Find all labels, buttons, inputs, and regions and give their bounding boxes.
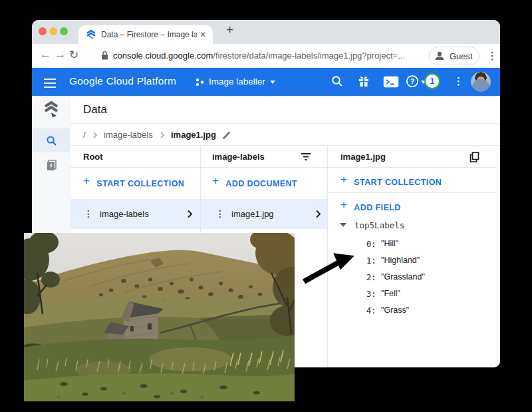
sidebar-item-indexes[interactable] xyxy=(32,154,70,177)
breadcrumb: / image-labels image1.jpg xyxy=(70,124,500,146)
breadcrumb-document: image1.jpg xyxy=(171,130,216,140)
copy-icon[interactable] xyxy=(469,152,479,162)
project-caret-icon[interactable] xyxy=(270,81,275,84)
sidebar-item-data[interactable] xyxy=(32,128,70,152)
collection-row-label: image-labels xyxy=(100,209,149,219)
project-icon xyxy=(195,77,205,87)
edit-pencil-icon[interactable] xyxy=(222,130,231,140)
url-domain: console.cloud.google.com xyxy=(113,51,213,61)
help-icon[interactable]: ? xyxy=(406,75,419,88)
field-name: top5Labels xyxy=(354,220,404,230)
lock-icon xyxy=(100,51,109,61)
minimize-window-button[interactable] xyxy=(49,27,57,35)
browser-tab[interactable]: Data – Firestore – Image labelle ✕ xyxy=(78,25,213,44)
plus-icon: + xyxy=(83,174,90,187)
browser-menu-icon[interactable]: ⋮ xyxy=(487,50,497,62)
hamburger-menu-icon[interactable] xyxy=(44,76,56,91)
document-header-label: image1.jpg xyxy=(340,152,386,162)
field-row[interactable]: top5Labels xyxy=(328,219,497,234)
doc-start-collection-row: +START COLLECTION xyxy=(328,168,497,193)
title-row: Data xyxy=(70,96,500,124)
document-row-selected[interactable]: ⋮ image1.jpg xyxy=(201,199,327,229)
start-collection-button[interactable]: +START COLLECTION xyxy=(83,176,184,190)
desktop-background: Data – Firestore – Image labelle ✕ + ← →… xyxy=(0,0,532,412)
firestore-favicon-icon xyxy=(86,29,96,40)
svg-text:?: ? xyxy=(410,77,415,85)
field-item[interactable]: 3: "Fell" xyxy=(328,286,497,303)
notification-count: 1 xyxy=(430,77,435,86)
row-kebab-icon[interactable]: ⋮ xyxy=(84,208,93,219)
back-icon[interactable]: ← xyxy=(40,48,51,61)
row-kebab-icon[interactable]: ⋮ xyxy=(215,208,225,219)
add-document-button[interactable]: +ADD DOCUMENT xyxy=(212,176,297,190)
person-icon xyxy=(434,50,446,62)
notification-badge[interactable]: 1 xyxy=(424,73,440,89)
close-window-button[interactable] xyxy=(39,27,47,35)
indexes-icon xyxy=(47,160,57,171)
breadcrumb-collection[interactable]: image-labels xyxy=(104,130,153,140)
tab-title: Data – Firestore – Image labelle xyxy=(101,30,197,39)
gcp-brand[interactable]: Google Cloud Platform xyxy=(69,75,176,87)
landscape-photo xyxy=(24,233,295,401)
collection-panel-header: image-labels xyxy=(201,146,327,168)
account-avatar[interactable] xyxy=(471,72,491,92)
browser-toolbar: ← → ↻ console.cloud.google.com/firestore… xyxy=(32,44,500,68)
expand-caret-icon[interactable] xyxy=(340,223,346,227)
page-title: Data xyxy=(83,103,107,116)
guest-profile-button[interactable]: Guest xyxy=(429,47,479,65)
collection-header-label: image-labels xyxy=(212,152,265,162)
gift-icon[interactable] xyxy=(357,75,370,88)
plus-icon: + xyxy=(340,198,347,211)
field-item[interactable]: 4: "Grass" xyxy=(328,303,497,319)
gcp-more-icon[interactable]: ⋮ xyxy=(454,75,464,87)
tab-strip: Data – Firestore – Image labelle ✕ + xyxy=(32,20,500,44)
url-bar[interactable]: console.cloud.google.com/firestore/data/… xyxy=(113,51,405,61)
guest-label: Guest xyxy=(450,51,473,61)
annotation-arrow xyxy=(299,248,359,288)
add-field-button[interactable]: +ADD FIELD xyxy=(340,200,401,214)
tab-close-icon[interactable]: ✕ xyxy=(200,30,206,39)
zoom-window-button[interactable] xyxy=(60,27,68,35)
collection-row-selected[interactable]: ⋮ image-labels xyxy=(70,199,200,229)
plus-icon: + xyxy=(212,174,219,187)
breadcrumb-root[interactable]: / xyxy=(83,130,86,140)
query-search-icon xyxy=(46,135,57,146)
start-collection-button[interactable]: +START COLLECTION xyxy=(340,175,442,188)
chevron-right-icon xyxy=(315,210,321,218)
document-panel-header: image1.jpg xyxy=(328,146,497,168)
forward-icon[interactable]: → xyxy=(55,48,66,61)
root-panel-header: Root xyxy=(70,146,200,168)
filter-icon[interactable] xyxy=(301,152,311,161)
project-selector[interactable]: Image labeller xyxy=(209,77,265,87)
plus-icon: + xyxy=(340,173,347,186)
search-icon[interactable] xyxy=(331,75,344,88)
reload-icon[interactable]: ↻ xyxy=(69,48,78,62)
chevron-right-icon xyxy=(187,210,193,218)
cloud-shell-icon[interactable] xyxy=(383,76,399,88)
document-row-label: image1.jpg xyxy=(231,209,274,219)
url-path: /firestore/data/image-labels/image1.jpg?… xyxy=(213,51,405,61)
chevron-right-icon xyxy=(160,132,165,138)
root-header-label: Root xyxy=(83,152,103,162)
chevron-right-icon xyxy=(92,132,98,138)
new-tab-button[interactable]: + xyxy=(226,23,233,37)
gcp-header: Google Cloud Platform Image labeller xyxy=(32,68,500,96)
firestore-logo-icon xyxy=(43,101,59,118)
